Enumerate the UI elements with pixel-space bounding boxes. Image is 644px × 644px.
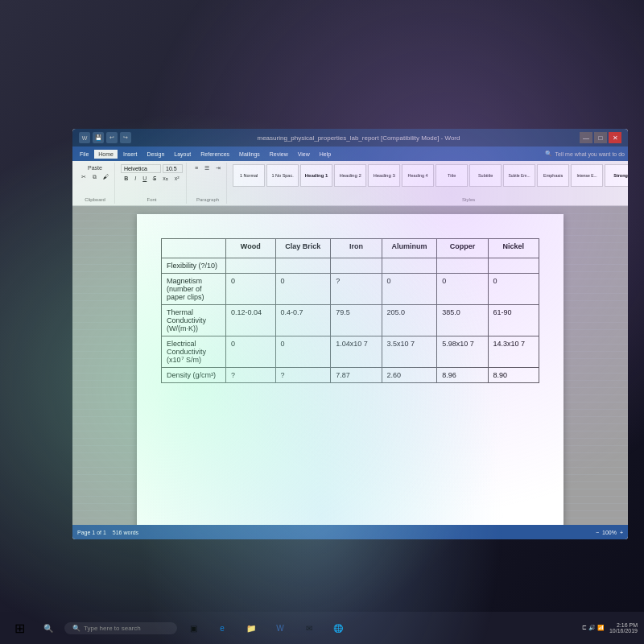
cell-electrical-aluminum[interactable]: 3.5x10 7 xyxy=(382,336,437,368)
tab-review[interactable]: Review xyxy=(266,150,292,159)
cell-density-iron[interactable]: 7.87 xyxy=(331,368,382,383)
taskbar-search-text[interactable]: Type here to search xyxy=(84,625,141,632)
quick-access-redo[interactable]: ↪ xyxy=(120,132,131,143)
window-title: measuring_physical_properties_lab_report… xyxy=(138,134,580,142)
cell-density-copper[interactable]: 8.96 xyxy=(437,368,488,383)
cell-flexibility-clay[interactable] xyxy=(275,258,331,274)
cell-thermal-wood[interactable]: 0.12-0.04 xyxy=(226,305,276,336)
format-painter[interactable]: 🖌 xyxy=(101,173,111,181)
tab-layout[interactable]: Layout xyxy=(170,150,195,159)
clipboard-label: Clipboard xyxy=(85,197,105,202)
tab-references[interactable]: References xyxy=(196,150,233,159)
tab-view[interactable]: View xyxy=(294,150,314,159)
search-taskbar-icon[interactable]: 🔍 xyxy=(35,615,61,641)
tab-home[interactable]: Home xyxy=(94,150,118,159)
close-button[interactable]: ✕ xyxy=(609,132,621,143)
edge-icon[interactable]: e xyxy=(209,615,235,641)
bullets-button[interactable]: ≡ xyxy=(192,164,200,172)
cell-flexibility-iron[interactable] xyxy=(331,258,382,274)
cell-density-nickel[interactable]: 8.90 xyxy=(488,368,539,383)
style-heading1[interactable]: Heading 1 xyxy=(300,164,332,187)
style-heading3[interactable]: Heading 3 xyxy=(368,164,400,187)
font-size[interactable]: 10.5 xyxy=(163,164,183,173)
row-label-thermal: Thermal Conductivity (W/(m·K)) xyxy=(162,305,226,336)
mail-icon[interactable]: ✉ xyxy=(296,615,322,641)
numbering-button[interactable]: ☰ xyxy=(202,164,212,172)
cell-magnetism-nickel[interactable]: 0 xyxy=(488,274,539,305)
cell-magnetism-iron[interactable]: ? xyxy=(331,274,382,305)
zoom-level: 100% xyxy=(602,530,617,535)
cell-thermal-copper[interactable]: 385.0 xyxy=(437,305,488,336)
style-subtle-em[interactable]: Subtle Em... xyxy=(503,164,535,187)
cell-magnetism-clay[interactable]: 0 xyxy=(275,274,331,305)
table-row: Flexibility (?/10) xyxy=(162,258,539,274)
chrome-icon[interactable]: 🌐 xyxy=(325,615,351,641)
paste-button[interactable]: Paste xyxy=(85,164,105,171)
maximize-button[interactable]: □ xyxy=(594,132,607,143)
cell-flexibility-nickel[interactable] xyxy=(488,258,539,274)
task-view-button[interactable]: ▣ xyxy=(180,615,206,641)
cell-magnetism-aluminum[interactable]: 0 xyxy=(382,274,437,305)
cell-density-clay[interactable]: ? xyxy=(275,368,331,383)
cell-flexibility-aluminum[interactable] xyxy=(382,258,437,274)
tab-insert[interactable]: Insert xyxy=(119,150,142,159)
style-heading2[interactable]: Heading 2 xyxy=(334,164,366,187)
cell-magnetism-wood[interactable]: 0 xyxy=(226,274,276,305)
start-button[interactable]: ⊞ xyxy=(6,615,32,641)
cell-thermal-iron[interactable]: 79.5 xyxy=(331,305,382,336)
word-taskbar-icon[interactable]: W xyxy=(267,615,293,641)
style-emphasis[interactable]: Emphasis xyxy=(537,164,569,187)
style-no-space[interactable]: 1 No Spac. xyxy=(266,164,299,187)
style-subtitle[interactable]: Subtitle xyxy=(469,164,502,187)
taskbar-search[interactable]: 🔍 Type here to search xyxy=(64,622,177,634)
subscript-button[interactable]: x₂ xyxy=(160,175,171,183)
indent-button[interactable]: ⇥ xyxy=(213,164,223,172)
cell-density-aluminum[interactable]: 2.60 xyxy=(382,368,437,383)
cell-electrical-clay[interactable]: 0 xyxy=(275,336,331,368)
cell-electrical-copper[interactable]: 5.98x10 7 xyxy=(437,336,488,368)
italic-button[interactable]: I xyxy=(132,175,138,183)
tab-mailings[interactable]: Mailings xyxy=(235,150,264,159)
quick-access-undo[interactable]: ↩ xyxy=(106,132,118,143)
style-heading4[interactable]: Heading 4 xyxy=(402,164,434,187)
table-row: Thermal Conductivity (W/(m·K)) 0.12-0.04… xyxy=(162,305,539,336)
tab-help[interactable]: Help xyxy=(316,150,335,159)
style-strong[interactable]: Strong xyxy=(605,164,628,187)
strikethrough-button[interactable]: S̶ xyxy=(151,175,159,183)
cell-thermal-aluminum[interactable]: 205.0 xyxy=(382,305,437,336)
document-area[interactable]: Wood Clay Brick Iron Aluminum Copper Nic… xyxy=(72,206,628,525)
row-label-magnetism: Magnetism (number of paper clips) xyxy=(162,274,226,305)
cell-thermal-clay[interactable]: 0.4-0.7 xyxy=(275,305,331,336)
cell-flexibility-copper[interactable] xyxy=(437,258,488,274)
tell-me-text[interactable]: Tell me what you want to do xyxy=(555,151,625,157)
status-bar: Page 1 of 1 516 words − 100% + xyxy=(72,525,628,539)
cell-density-wood[interactable]: ? xyxy=(226,368,276,383)
tab-file[interactable]: File xyxy=(76,150,93,159)
style-normal[interactable]: 1 Normal xyxy=(233,164,265,187)
cut-button[interactable]: ✂ xyxy=(79,173,89,181)
cell-flexibility-wood[interactable] xyxy=(226,258,276,274)
superscript-button[interactable]: x² xyxy=(172,175,182,183)
search-icon: 🔍 xyxy=(72,625,80,632)
cell-electrical-iron[interactable]: 1.04x10 7 xyxy=(331,336,382,368)
tab-design[interactable]: Design xyxy=(142,150,168,159)
col-header-property xyxy=(162,239,226,258)
file-explorer-icon[interactable]: 📁 xyxy=(238,615,264,641)
screen-area: W 💾 ↩ ↪ measuring_physical_properties_la… xyxy=(72,129,628,539)
style-title[interactable]: Title xyxy=(436,164,468,187)
font-label: Font xyxy=(147,197,156,202)
cell-electrical-nickel[interactable]: 14.3x10 7 xyxy=(488,336,539,368)
quick-access-save[interactable]: 💾 xyxy=(93,132,104,143)
underline-button[interactable]: U xyxy=(140,175,149,183)
cell-thermal-nickel[interactable]: 61-90 xyxy=(488,305,539,336)
zoom-in-button[interactable]: + xyxy=(620,530,623,535)
style-intense-e[interactable]: Intense E... xyxy=(571,164,603,187)
copy-button[interactable]: ⧉ xyxy=(90,173,99,181)
bold-button[interactable]: B xyxy=(122,175,130,183)
cell-magnetism-copper[interactable]: 0 xyxy=(437,274,488,305)
minimize-button[interactable]: — xyxy=(580,132,592,143)
zoom-out-button[interactable]: − xyxy=(596,530,599,535)
cell-electrical-wood[interactable]: 0 xyxy=(226,336,276,368)
font-name[interactable]: Helvetica xyxy=(121,164,161,173)
title-bar: W 💾 ↩ ↪ measuring_physical_properties_la… xyxy=(72,129,628,147)
